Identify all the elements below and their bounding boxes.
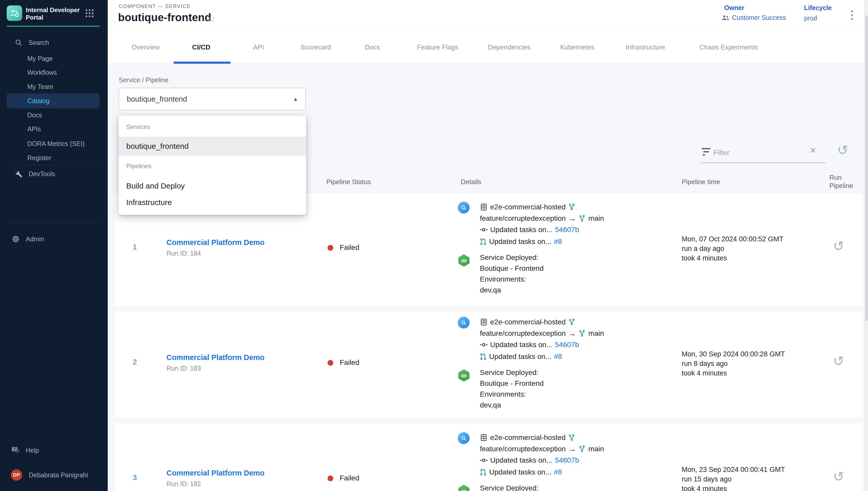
favorite-star-icon[interactable]: ☆ [207, 12, 216, 24]
branch-icon [568, 434, 576, 441]
sidebar-item-label: DORA Metrics (SEI) [27, 140, 85, 147]
row-3-content: 3 Commercial Platform Demo Run ID: 182 F… [0, 0, 868, 491]
pr-message: Updated tasks on... [489, 468, 551, 476]
sidebar-item-apis[interactable]: APIs [0, 122, 108, 136]
select-value: boutique_frontend [127, 95, 187, 104]
target-branch: main [588, 445, 604, 453]
arrow-right-icon: → [568, 444, 576, 453]
sidebar-item-label: My Page [27, 55, 53, 62]
search-icon [14, 39, 23, 47]
cd-stage-icon: ∞ [458, 485, 470, 491]
sidebar-item-my-team[interactable]: My Team [0, 80, 108, 94]
sidebar-item-label: My Team [27, 83, 53, 90]
run-time-took: took 4 minutes [682, 485, 727, 491]
sidebar-item-label: Workflows [27, 69, 57, 76]
active-tab-underline [174, 62, 231, 64]
breadcrumb: COMPONENT — SERVICE [119, 3, 191, 9]
sidebar-item-catalog[interactable]: Catalog [7, 93, 99, 108]
caret-up-icon: ▲ [293, 96, 298, 102]
service-pipeline-select[interactable]: boutique_frontend ▲ [119, 88, 306, 110]
tab-api[interactable]: API [253, 43, 264, 51]
owner-value: Customer Success [732, 14, 786, 21]
sidebar-item-my-page[interactable]: My Page [0, 52, 108, 65]
sidebar-item-label: Register [27, 154, 51, 162]
tab-cicd[interactable]: CI/CD [192, 43, 211, 51]
source-branch: feature/corruptedexception [480, 445, 566, 453]
tab-chaos-experiments[interactable]: Chaos Experiments [700, 43, 758, 51]
sidebar-item-label: DevTools [29, 170, 55, 178]
service-pipeline-dropdown: Services boutique_frontend Pipelines Bui… [119, 116, 306, 215]
gear-icon [11, 235, 20, 243]
sidebar-accent-divider [7, 26, 99, 27]
lifecycle-value-wrap: prod [804, 15, 817, 22]
people-icon [722, 15, 730, 21]
pull-request-icon [480, 468, 487, 476]
run-number: 3 [129, 473, 141, 482]
header-divider [108, 30, 864, 30]
status-failed-dot [328, 475, 333, 481]
repository-icon [480, 434, 488, 441]
user-avatar: DP [11, 469, 22, 481]
tab-docs[interactable]: Docs [365, 43, 380, 51]
more-options-kebab-icon[interactable] [850, 9, 854, 21]
sidebar-item-label: Docs [27, 111, 42, 119]
infinity-glyph: ∞ [461, 487, 466, 491]
dropdown-option-boutique-frontend[interactable]: boutique_frontend [119, 137, 306, 156]
sidebar-item-label: Catalog [27, 97, 50, 105]
repo-name: e2e-commercial-hosted [490, 433, 566, 442]
run-id: Run ID: 182 [166, 480, 201, 488]
pr-number-link[interactable]: #8 [554, 468, 562, 476]
owner-link[interactable]: Customer Success [722, 14, 786, 21]
status-label: Failed [340, 474, 359, 482]
dropdown-option-build-and-deploy[interactable]: Build and Deploy [119, 179, 306, 192]
sidebar-item-dora-metrics[interactable]: DORA Metrics (SEI) [0, 137, 108, 151]
tab-scorecard[interactable]: Scorecard [301, 43, 331, 51]
sidebar-item-devtools[interactable]: DevTools [0, 167, 108, 181]
page-title: boutique-frontend [118, 11, 211, 24]
deployed-label: Service Deployed: [480, 483, 538, 491]
vertical-scrollbar[interactable] [864, 0, 868, 491]
sidebar-item-docs[interactable]: Docs [0, 108, 108, 122]
screen: Internal Developer Portal Search My Page… [0, 0, 868, 491]
owner-label: Owner [724, 4, 744, 11]
run-time-gmt: Mon, 23 Sep 2024 00:00:41 GMT [682, 466, 785, 474]
sidebar-item-register[interactable]: Register [0, 151, 108, 165]
tab-kubernetes[interactable]: Kubernetes [560, 43, 594, 51]
dropdown-group-services: Services [126, 123, 150, 131]
run-time-ago: run 15 days ago [682, 475, 732, 483]
app-logo-icon[interactable] [7, 5, 22, 21]
help-chat-icon: ? [11, 446, 20, 455]
sidebar-item-admin[interactable]: Admin [0, 232, 108, 246]
app-title: Internal Developer Portal [26, 6, 84, 21]
sidebar-item-workflows[interactable]: Workflows [0, 65, 108, 80]
sidebar-divider [7, 222, 99, 223]
sidebar-item-label: Help [26, 446, 39, 454]
svg-text:?: ? [13, 447, 16, 451]
apps-grid-icon[interactable] [86, 9, 94, 17]
tab-infrastructure[interactable]: Infrastructure [625, 43, 665, 51]
dropdown-group-pipelines: Pipelines [126, 163, 151, 170]
user-name: Debabrata Panigrahi [29, 471, 88, 479]
sidebar: Internal Developer Portal Search My Page… [0, 0, 108, 491]
lifecycle-value: prod [804, 15, 817, 22]
branch-icon [579, 445, 586, 453]
sidebar-divider [7, 165, 99, 165]
tab-feature-flags[interactable]: Feature Flags [417, 43, 458, 51]
pipeline-name-link[interactable]: Commercial Platform Demo [166, 469, 265, 477]
user-menu[interactable]: DP Debabrata Panigrahi [0, 468, 108, 482]
rerun-pipeline-button[interactable]: ↺ [833, 470, 844, 483]
commit-message: Updated tasks on... [490, 456, 552, 464]
ci-stage-icon [458, 432, 470, 444]
commit-sha-link[interactable]: 54607b [555, 456, 579, 464]
dropdown-option-infrastructure[interactable]: Infrastructure [119, 196, 306, 209]
scrollbar-thumb[interactable] [865, 16, 868, 321]
commit-icon [480, 457, 488, 464]
wrench-icon [14, 170, 23, 178]
sidebar-item-label: APIs [27, 125, 41, 133]
sidebar-item-label: Admin [26, 235, 44, 243]
sidebar-item-label: Search [29, 39, 49, 47]
sidebar-item-search[interactable]: Search [0, 36, 108, 50]
tab-dependencies[interactable]: Dependencies [488, 43, 531, 51]
sidebar-item-help[interactable]: ? Help [0, 443, 108, 457]
tab-overview[interactable]: Overview [132, 43, 159, 51]
